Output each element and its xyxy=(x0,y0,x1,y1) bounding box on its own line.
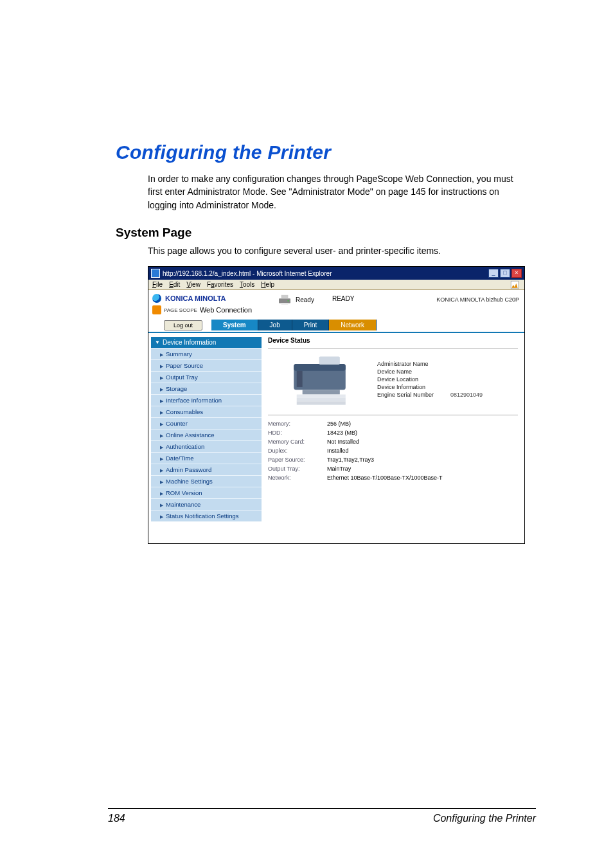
sidebar-item-authentication[interactable]: Authentication xyxy=(151,440,262,452)
window-maximize-btn[interactable]: □ xyxy=(500,269,510,278)
status-value: READY xyxy=(332,294,354,305)
device-model-label: KONICA MINOLTA bizhub C20P xyxy=(436,294,519,303)
footer-title: Configuring the Printer xyxy=(433,813,536,824)
printer-status-icon xyxy=(278,294,292,305)
device-id-table: Administrator Name Device Name Device Lo… xyxy=(377,354,483,408)
section-heading: System Page xyxy=(116,226,536,240)
tab-job[interactable]: Job xyxy=(258,320,292,330)
svg-point-4 xyxy=(288,300,289,302)
field-device-name-label: Device Name xyxy=(377,368,441,375)
brand-mark-icon xyxy=(152,294,161,303)
section-paragraph: This page allows you to configure severa… xyxy=(148,245,536,258)
spec-hdd-value: 18423 (MB) xyxy=(327,429,357,436)
intro-paragraph: In order to make any configuration chang… xyxy=(148,172,529,212)
spec-papersource-label: Paper Source: xyxy=(268,457,327,463)
field-device-location-label: Device Location xyxy=(377,376,441,383)
spec-outputtray-label: Output Tray: xyxy=(268,466,327,472)
svg-rect-3 xyxy=(281,303,289,305)
sidebar-item-admin-password[interactable]: Admin Password xyxy=(151,464,262,475)
svg-rect-6 xyxy=(294,365,346,372)
brand-logo: KONICA MINOLTA xyxy=(152,294,278,303)
window-close-btn[interactable]: × xyxy=(511,269,522,278)
ie-menubar: File Edit View Favorites Tools Help xyxy=(148,280,524,290)
sidebar-item-consumables[interactable]: Consumables xyxy=(151,406,262,417)
menu-view[interactable]: View xyxy=(186,281,200,288)
ie-titlebar: http://192.168.1.2/a_index.html - Micros… xyxy=(148,267,524,280)
device-image xyxy=(287,354,358,408)
sidebar-item-rom-version[interactable]: ROM Version xyxy=(151,487,262,498)
menu-edit[interactable]: Edit xyxy=(169,281,180,288)
menu-help[interactable]: Help xyxy=(261,281,274,288)
sidebar-item-counter[interactable]: Counter xyxy=(151,417,262,429)
spec-network-label: Network: xyxy=(268,475,327,481)
field-admin-name-label: Administrator Name xyxy=(377,361,441,367)
menu-file[interactable]: File xyxy=(152,281,163,288)
browser-window: http://192.168.1.2/a_index.html - Micros… xyxy=(148,266,525,544)
tab-network[interactable]: Network xyxy=(329,320,377,330)
spec-duplex-value: Installed xyxy=(327,448,349,454)
sidebar-item-maintenance[interactable]: Maintenance xyxy=(151,498,262,510)
content-area: Device Status xyxy=(264,333,524,543)
svg-rect-12 xyxy=(297,371,303,387)
product-label: Web Connection xyxy=(200,306,252,314)
sidebar-item-date-time[interactable]: Date/Time xyxy=(151,452,262,464)
field-serial-label: Engine Serial Number xyxy=(377,392,441,398)
sidebar-item-machine-settings[interactable]: Machine Settings xyxy=(151,475,262,487)
spec-memcard-value: Not Installed xyxy=(327,439,359,445)
sidebar-group-device-info[interactable]: Device Information xyxy=(151,337,262,348)
spec-duplex-label: Duplex: xyxy=(268,448,327,454)
svg-rect-11 xyxy=(297,402,346,405)
window-minimize-btn[interactable]: _ xyxy=(488,269,499,278)
pagescope-small-label: PAGE SCOPE xyxy=(164,307,197,313)
svg-rect-2 xyxy=(281,295,289,298)
tab-print[interactable]: Print xyxy=(292,320,330,330)
sidebar-item-online-assistance[interactable]: Online Assistance xyxy=(151,429,262,440)
device-spec-table: Memory:256 (MB) HDD:18423 (MB) Memory Ca… xyxy=(268,415,518,482)
field-device-info-label: Device Information xyxy=(377,384,441,390)
tab-system[interactable]: System xyxy=(211,320,258,330)
tab-bar: System Job Print Network xyxy=(211,320,377,330)
spec-memcard-label: Memory Card: xyxy=(268,439,327,445)
brand-label: KONICA MINOLTA xyxy=(165,294,226,302)
product-logo: PAGE SCOPE Web Connection xyxy=(152,305,278,314)
sidebar: Device Information Summary Paper Source … xyxy=(148,333,264,543)
spec-hdd-label: HDD: xyxy=(268,429,327,436)
status-mini-label: Ready xyxy=(296,296,314,303)
svg-rect-8 xyxy=(303,390,340,395)
sidebar-item-interface-info[interactable]: Interface Information xyxy=(151,394,262,406)
sidebar-item-summary[interactable]: Summary xyxy=(151,348,262,359)
menu-tools[interactable]: Tools xyxy=(240,281,254,288)
spec-memory-value: 256 (MB) xyxy=(327,420,351,427)
field-serial-value: 0812901049 xyxy=(450,392,483,398)
svg-rect-10 xyxy=(297,398,346,401)
sidebar-item-storage[interactable]: Storage xyxy=(151,383,262,394)
svg-rect-7 xyxy=(319,357,340,365)
menu-favorites[interactable]: Favorites xyxy=(207,281,233,288)
content-title: Device Status xyxy=(268,337,518,348)
svg-rect-9 xyxy=(297,395,346,398)
sidebar-item-paper-source[interactable]: Paper Source xyxy=(151,359,262,371)
logout-button[interactable]: Log out xyxy=(164,320,202,330)
spec-outputtray-value: MainTray xyxy=(327,466,351,472)
sidebar-item-status-notification[interactable]: Status Notification Settings xyxy=(151,510,262,521)
page-heading: Configuring the Printer xyxy=(116,141,536,163)
spec-memory-label: Memory: xyxy=(268,420,327,427)
footer-page-number: 184 xyxy=(108,813,125,824)
ie-icon xyxy=(151,269,160,278)
ie-throbber-icon xyxy=(510,280,522,289)
spec-network-value: Ethernet 10Base-T/100Base-TX/1000Base-T xyxy=(327,475,443,481)
pagescope-mark-icon xyxy=(152,305,161,314)
window-title: http://192.168.1.2/a_index.html - Micros… xyxy=(163,270,488,277)
spec-papersource-value: Tray1,Tray2,Tray3 xyxy=(327,457,374,463)
sidebar-item-output-tray[interactable]: Output Tray xyxy=(151,371,262,383)
